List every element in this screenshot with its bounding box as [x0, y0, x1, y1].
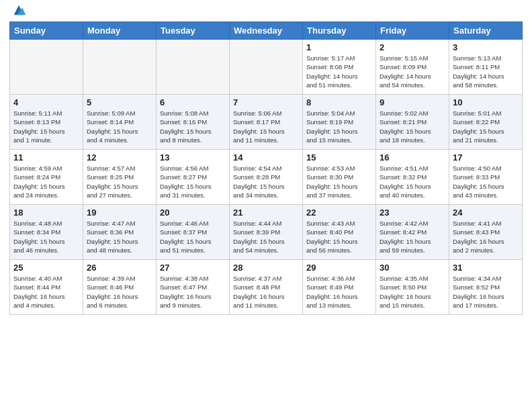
day-number: 16 [380, 152, 445, 163]
day-number: 22 [306, 208, 372, 218]
calendar-cell: 15Sunrise: 4:53 AMSunset: 8:30 PMDayligh… [303, 150, 376, 205]
day-number: 30 [380, 263, 445, 273]
day-info: Sunrise: 4:54 AMSunset: 8:28 PMDaylight:… [233, 164, 299, 199]
day-number: 31 [453, 263, 519, 273]
calendar-cell: 22Sunrise: 4:43 AMSunset: 8:40 PMDayligh… [303, 205, 376, 260]
day-info: Sunrise: 4:39 AMSunset: 8:46 PMDaylight:… [87, 274, 152, 310]
day-number: 18 [13, 208, 79, 218]
day-info: Sunrise: 4:56 AMSunset: 8:27 PMDaylight:… [160, 164, 226, 199]
weekday-header-wednesday: Wednesday [230, 22, 303, 40]
calendar-cell: 21Sunrise: 4:44 AMSunset: 8:39 PMDayligh… [230, 205, 303, 260]
day-number: 7 [233, 97, 299, 107]
day-number: 10 [453, 97, 519, 107]
calendar-cell: 3Sunrise: 5:13 AMSunset: 8:11 PMDaylight… [449, 40, 523, 95]
day-number: 15 [306, 152, 372, 163]
day-number: 14 [233, 152, 299, 163]
calendar-cell: 25Sunrise: 4:40 AMSunset: 8:44 PMDayligh… [10, 260, 83, 315]
calendar-cell: 28Sunrise: 4:37 AMSunset: 8:48 PMDayligh… [230, 260, 303, 315]
calendar-cell: 17Sunrise: 4:50 AMSunset: 8:33 PMDayligh… [449, 150, 523, 205]
calendar-cell: 11Sunrise: 4:59 AMSunset: 8:24 PMDayligh… [10, 150, 83, 205]
logo-icon [11, 3, 26, 17]
day-info: Sunrise: 4:53 AMSunset: 8:30 PMDaylight:… [306, 164, 372, 199]
day-info: Sunrise: 5:15 AMSunset: 8:09 PMDaylight:… [380, 54, 445, 89]
day-info: Sunrise: 4:38 AMSunset: 8:47 PMDaylight:… [160, 274, 226, 310]
calendar-cell: 2Sunrise: 5:15 AMSunset: 8:09 PMDaylight… [376, 40, 449, 95]
calendar-cell: 9Sunrise: 5:02 AMSunset: 8:21 PMDaylight… [376, 95, 449, 150]
calendar-cell: 30Sunrise: 4:35 AMSunset: 8:50 PMDayligh… [376, 260, 449, 315]
calendar-cell: 26Sunrise: 4:39 AMSunset: 8:46 PMDayligh… [83, 260, 157, 315]
day-number: 25 [13, 263, 79, 273]
calendar-cell: 20Sunrise: 4:46 AMSunset: 8:37 PMDayligh… [157, 205, 230, 260]
day-number: 4 [13, 97, 79, 107]
weekday-header-saturday: Saturday [449, 22, 523, 40]
day-info: Sunrise: 5:02 AMSunset: 8:21 PMDaylight:… [380, 109, 445, 144]
calendar-cell: 18Sunrise: 4:48 AMSunset: 8:34 PMDayligh… [10, 205, 83, 260]
calendar-cell [230, 40, 303, 95]
day-info: Sunrise: 5:04 AMSunset: 8:19 PMDaylight:… [306, 109, 372, 144]
day-number: 23 [380, 208, 445, 218]
day-number: 3 [453, 42, 519, 52]
calendar-cell: 1Sunrise: 5:17 AMSunset: 8:08 PMDaylight… [303, 40, 376, 95]
calendar-table: SundayMondayTuesdayWednesdayThursdayFrid… [9, 21, 523, 315]
calendar-cell: 19Sunrise: 4:47 AMSunset: 8:36 PMDayligh… [83, 205, 157, 260]
day-info: Sunrise: 4:43 AMSunset: 8:40 PMDaylight:… [306, 219, 372, 255]
day-info: Sunrise: 4:59 AMSunset: 8:24 PMDaylight:… [13, 164, 79, 199]
weekday-header-friday: Friday [376, 22, 449, 40]
day-info: Sunrise: 4:36 AMSunset: 8:49 PMDaylight:… [306, 274, 372, 310]
calendar-cell: 12Sunrise: 4:57 AMSunset: 8:25 PMDayligh… [83, 150, 157, 205]
day-info: Sunrise: 5:01 AMSunset: 8:22 PMDaylight:… [453, 109, 519, 144]
day-number: 8 [306, 97, 372, 107]
calendar-cell: 23Sunrise: 4:42 AMSunset: 8:42 PMDayligh… [376, 205, 449, 260]
day-number: 2 [380, 42, 445, 52]
day-info: Sunrise: 4:41 AMSunset: 8:43 PMDaylight:… [453, 219, 519, 255]
day-info: Sunrise: 5:08 AMSunset: 8:16 PMDaylight:… [160, 109, 226, 144]
day-info: Sunrise: 4:34 AMSunset: 8:52 PMDaylight:… [453, 274, 519, 310]
calendar-cell [157, 40, 230, 95]
day-info: Sunrise: 4:44 AMSunset: 8:39 PMDaylight:… [233, 219, 299, 255]
day-number: 29 [306, 263, 372, 273]
day-info: Sunrise: 4:37 AMSunset: 8:48 PMDaylight:… [233, 274, 299, 310]
day-number: 12 [87, 152, 152, 163]
calendar-cell: 16Sunrise: 4:51 AMSunset: 8:32 PMDayligh… [376, 150, 449, 205]
day-info: Sunrise: 4:42 AMSunset: 8:42 PMDaylight:… [380, 219, 445, 255]
day-info: Sunrise: 4:46 AMSunset: 8:37 PMDaylight:… [160, 219, 226, 255]
day-info: Sunrise: 4:47 AMSunset: 8:36 PMDaylight:… [87, 219, 152, 255]
calendar-cell: 29Sunrise: 4:36 AMSunset: 8:49 PMDayligh… [303, 260, 376, 315]
calendar-cell: 4Sunrise: 5:11 AMSunset: 8:13 PMDaylight… [10, 95, 83, 150]
day-info: Sunrise: 4:50 AMSunset: 8:33 PMDaylight:… [453, 164, 519, 199]
calendar-cell: 24Sunrise: 4:41 AMSunset: 8:43 PMDayligh… [449, 205, 523, 260]
day-number: 27 [160, 263, 226, 273]
day-number: 9 [380, 97, 445, 107]
day-number: 24 [453, 208, 519, 218]
day-number: 6 [160, 97, 226, 107]
day-number: 1 [306, 42, 372, 52]
day-number: 26 [87, 263, 152, 273]
day-number: 21 [233, 208, 299, 218]
day-info: Sunrise: 4:51 AMSunset: 8:32 PMDaylight:… [380, 164, 445, 199]
day-info: Sunrise: 5:11 AMSunset: 8:13 PMDaylight:… [13, 109, 79, 144]
day-number: 20 [160, 208, 226, 218]
weekday-header-thursday: Thursday [303, 22, 376, 40]
day-info: Sunrise: 5:06 AMSunset: 8:17 PMDaylight:… [233, 109, 299, 144]
calendar-cell: 10Sunrise: 5:01 AMSunset: 8:22 PMDayligh… [449, 95, 523, 150]
day-info: Sunrise: 4:40 AMSunset: 8:44 PMDaylight:… [13, 274, 79, 310]
day-number: 17 [453, 152, 519, 163]
day-info: Sunrise: 4:35 AMSunset: 8:50 PMDaylight:… [380, 274, 445, 310]
day-number: 11 [13, 152, 79, 163]
page: SundayMondayTuesdayWednesdayThursdayFrid… [0, 0, 532, 411]
weekday-header-tuesday: Tuesday [157, 22, 230, 40]
calendar-cell: 8Sunrise: 5:04 AMSunset: 8:19 PMDaylight… [303, 95, 376, 150]
calendar-cell: 27Sunrise: 4:38 AMSunset: 8:47 PMDayligh… [157, 260, 230, 315]
day-number: 28 [233, 263, 299, 273]
day-info: Sunrise: 5:13 AMSunset: 8:11 PMDaylight:… [453, 54, 519, 89]
day-number: 5 [87, 97, 152, 107]
calendar-cell: 13Sunrise: 4:56 AMSunset: 8:27 PMDayligh… [157, 150, 230, 205]
calendar-cell: 5Sunrise: 5:09 AMSunset: 8:14 PMDaylight… [83, 95, 157, 150]
weekday-header-monday: Monday [83, 22, 157, 40]
weekday-header-sunday: Sunday [10, 22, 83, 40]
logo [9, 9, 26, 17]
day-info: Sunrise: 5:09 AMSunset: 8:14 PMDaylight:… [87, 109, 152, 144]
calendar-cell: 14Sunrise: 4:54 AMSunset: 8:28 PMDayligh… [230, 150, 303, 205]
day-info: Sunrise: 4:48 AMSunset: 8:34 PMDaylight:… [13, 219, 79, 255]
calendar-cell: 6Sunrise: 5:08 AMSunset: 8:16 PMDaylight… [157, 95, 230, 150]
